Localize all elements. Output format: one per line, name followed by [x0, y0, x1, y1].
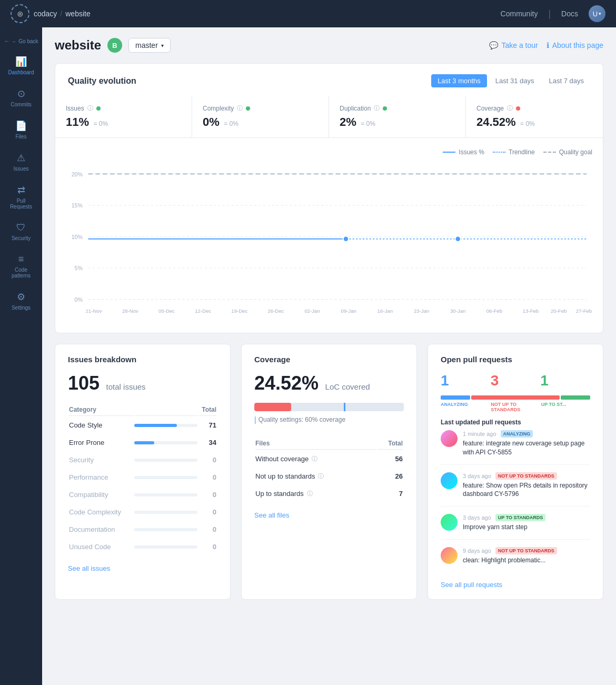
- main-content: website B master ▾ 💬 Take a tour ℹ About…: [42, 27, 616, 685]
- list-item[interactable]: 1 minute ago ANALYZING feature: integrat…: [441, 430, 590, 465]
- pull-requests-icon: ⇄: [17, 184, 25, 196]
- quality-header: Quality evolution Last 3 months Last 31 …: [68, 74, 590, 87]
- svg-text:5%: 5%: [75, 265, 83, 271]
- pr-avatar: [441, 547, 458, 564]
- coverage-col-files: Files: [255, 438, 376, 450]
- time-filter-7days[interactable]: Last 7 days: [543, 74, 591, 87]
- issue-category-count: 0: [198, 521, 216, 538]
- svg-text:23-Jan: 23-Jan: [414, 308, 429, 314]
- table-row: Code Style 71: [69, 417, 216, 433]
- sidebar-item-code-patterns[interactable]: ≡ Code patterns: [3, 249, 39, 284]
- sidebar-item-label: Files: [15, 134, 26, 140]
- col-bar: [134, 404, 197, 416]
- pr-avatar: [441, 472, 458, 489]
- coverage-card: Coverage 24.52% LoC covered | Quality se…: [241, 344, 417, 600]
- issue-category-bar: [134, 521, 197, 538]
- metric-complexity-label: Complexity ⓘ: [203, 104, 318, 112]
- sidebar-item-security[interactable]: 🛡 Security: [3, 217, 39, 246]
- docs-link[interactable]: Docs: [561, 9, 578, 18]
- community-link[interactable]: Community: [501, 9, 538, 18]
- branch-selector[interactable]: master ▾: [128, 38, 171, 53]
- sidebar-item-pull-requests[interactable]: ⇄ Pull Requests: [3, 179, 39, 215]
- take-tour-button[interactable]: 💬 Take a tour: [489, 41, 538, 49]
- pr-bar-not-up: [471, 395, 560, 400]
- issue-category-count: 0: [198, 504, 216, 520]
- breadcrumb-repo[interactable]: website: [65, 9, 90, 18]
- metric-duplication: Duplication ⓘ 2% = 0%: [329, 96, 466, 137]
- info-icon: ℹ: [547, 41, 549, 49]
- coverage-info-icon[interactable]: ⓘ: [312, 455, 317, 463]
- repo-badge: B: [107, 38, 122, 53]
- pr-time: 9 days ago: [463, 548, 491, 554]
- sidebar-item-dashboard[interactable]: 📊 Dashboard: [3, 51, 39, 81]
- pull-requests-title: Open pull requests: [441, 355, 590, 364]
- sidebar-item-commits[interactable]: ⊙ Commits: [3, 83, 39, 113]
- issues-icon: ⚠: [17, 152, 25, 164]
- page-actions: 💬 Take a tour ℹ About this page: [489, 41, 603, 49]
- svg-text:05-Dec: 05-Dec: [158, 308, 175, 314]
- issues-info-icon[interactable]: ⓘ: [87, 104, 93, 112]
- legend-trendline-line: [493, 152, 505, 153]
- svg-text:15%: 15%: [72, 202, 83, 209]
- about-page-button[interactable]: ℹ About this page: [547, 41, 603, 49]
- col-total: Total: [198, 404, 216, 416]
- table-row: Code Complexity 0: [69, 504, 216, 520]
- issue-category-count: 0: [198, 452, 216, 468]
- list-item[interactable]: 3 days ago UP TO STANDARDS Improve yarn …: [441, 514, 590, 540]
- time-filter-3months[interactable]: Last 3 months: [431, 74, 487, 87]
- dashboard-icon: 📊: [15, 56, 27, 67]
- quality-chart-area: Issues % Trendline Quality goal: [55, 138, 603, 333]
- coverage-info-icon[interactable]: ⓘ: [307, 490, 313, 498]
- coverage-quality-note: | Quality settings: 60% coverage: [254, 415, 404, 424]
- pr-title: clean: Highlight problematic...: [463, 556, 590, 565]
- see-all-prs-link[interactable]: See all pull requests: [441, 581, 590, 589]
- sidebar-item-label: Security: [12, 235, 31, 241]
- coverage-bar-fill: [254, 403, 291, 411]
- see-all-files-link[interactable]: See all files: [254, 511, 404, 519]
- pr-analyzing-count: 1: [441, 372, 491, 389]
- pr-info: 9 days ago NOT UP TO STANDARDS clean: Hi…: [463, 547, 590, 565]
- security-icon: 🛡: [16, 222, 26, 233]
- sidebar-item-label: Commits: [11, 102, 31, 107]
- list-item[interactable]: 9 days ago NOT UP TO STANDARDS clean: Hi…: [441, 547, 590, 572]
- app-layout: ← ← Go back 📊 Dashboard ⊙ Commits 📄 File…: [0, 27, 616, 685]
- table-row: Performance 0: [69, 469, 216, 485]
- complexity-info-icon[interactable]: ⓘ: [237, 104, 243, 112]
- pr-status-badge: NOT UP TO STANDARDS: [495, 547, 557, 554]
- code-patterns-icon: ≡: [18, 254, 24, 265]
- issue-category-count: 0: [198, 487, 216, 503]
- svg-text:16-Jan: 16-Jan: [377, 308, 393, 314]
- user-avatar[interactable]: U ▾: [589, 5, 605, 22]
- sidebar-item-files[interactable]: 📄 Files: [3, 115, 39, 145]
- issue-category-name: Code Complexity: [69, 504, 133, 520]
- issue-category-bar: [134, 469, 197, 485]
- pr-title: feature: Show open PRs details in reposi…: [463, 481, 590, 499]
- sidebar-back-button[interactable]: ← ← Go back: [0, 34, 42, 48]
- quality-section-header: Quality evolution Last 3 months Last 31 …: [55, 64, 603, 87]
- duplication-info-icon[interactable]: ⓘ: [374, 104, 380, 112]
- sidebar-item-label: Dashboard: [8, 70, 34, 75]
- table-row: Security 0: [69, 452, 216, 468]
- coverage-info-icon[interactable]: ⓘ: [318, 472, 324, 480]
- logo[interactable]: ◎: [11, 4, 29, 23]
- time-filter-31days[interactable]: Last 31 days: [489, 74, 541, 87]
- pr-avatar: [441, 514, 458, 531]
- list-item[interactable]: 3 days ago NOT UP TO STANDARDS feature: …: [441, 472, 590, 507]
- sidebar-item-settings[interactable]: ⚙ Settings: [3, 286, 39, 316]
- pr-meta: 9 days ago NOT UP TO STANDARDS: [463, 547, 590, 554]
- legend-quality-goal-line: [543, 152, 556, 153]
- sidebar-item-issues[interactable]: ⚠ Issues: [3, 147, 39, 177]
- complexity-status-dot: [246, 106, 250, 111]
- pr-meta: 1 minute ago ANALYZING: [463, 430, 590, 438]
- see-all-issues-link[interactable]: See all issues: [68, 564, 217, 572]
- breadcrumb-org[interactable]: codacy: [34, 9, 57, 18]
- pr-status-badge: UP TO STANDARDS: [495, 514, 546, 521]
- svg-text:28-Nov: 28-Nov: [122, 308, 138, 314]
- coverage-info-icon[interactable]: ⓘ: [507, 104, 513, 112]
- issues-breakdown-title: Issues breakdown: [68, 355, 217, 364]
- tour-icon: 💬: [489, 41, 498, 49]
- pr-items-container: 1 minute ago ANALYZING feature: integrat…: [441, 430, 590, 572]
- issue-category-name: Security: [69, 452, 133, 468]
- table-row: Without coverage ⓘ 56: [255, 451, 403, 467]
- svg-text:12-Dec: 12-Dec: [195, 308, 211, 314]
